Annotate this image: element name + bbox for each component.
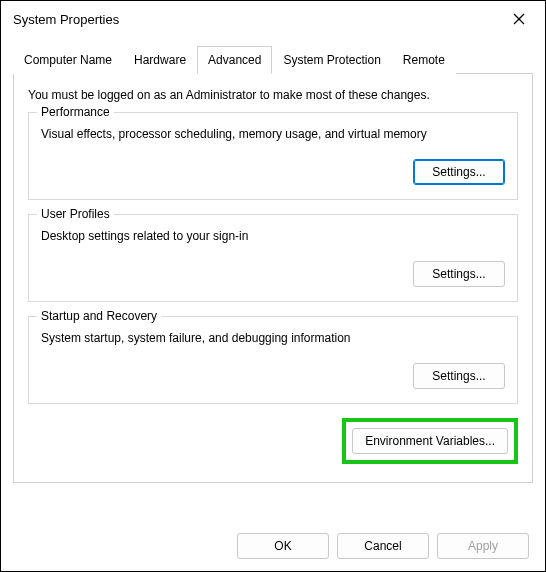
group-performance: Performance Visual effects, processor sc… — [28, 112, 518, 200]
group-performance-legend: Performance — [37, 105, 114, 119]
ok-button[interactable]: OK — [237, 533, 329, 559]
tab-computer-name[interactable]: Computer Name — [13, 46, 123, 74]
tab-panel-advanced: You must be logged on as an Administrato… — [13, 74, 533, 483]
performance-settings-button[interactable]: Settings... — [413, 159, 505, 185]
tab-strip: Computer Name Hardware Advanced System P… — [13, 45, 533, 74]
group-startup-recovery-legend: Startup and Recovery — [37, 309, 161, 323]
close-icon — [513, 13, 525, 25]
close-button[interactable] — [501, 5, 537, 33]
group-user-profiles: User Profiles Desktop settings related t… — [28, 214, 518, 302]
apply-button[interactable]: Apply — [437, 533, 529, 559]
group-startup-recovery: Startup and Recovery System startup, sys… — [28, 316, 518, 404]
tab-system-protection[interactable]: System Protection — [272, 46, 391, 74]
environment-variables-button[interactable]: Environment Variables... — [352, 428, 508, 454]
window-title: System Properties — [13, 12, 119, 27]
content-area: Computer Name Hardware Advanced System P… — [1, 37, 545, 483]
group-startup-recovery-button-row: Settings... — [41, 363, 505, 389]
group-performance-button-row: Settings... — [41, 159, 505, 185]
user-profiles-settings-button[interactable]: Settings... — [413, 261, 505, 287]
titlebar: System Properties — [1, 1, 545, 37]
env-variables-highlight: Environment Variables... — [342, 418, 518, 464]
group-performance-desc: Visual effects, processor scheduling, me… — [41, 127, 505, 141]
cancel-button[interactable]: Cancel — [337, 533, 429, 559]
group-user-profiles-legend: User Profiles — [37, 207, 114, 221]
startup-recovery-settings-button[interactable]: Settings... — [413, 363, 505, 389]
group-user-profiles-button-row: Settings... — [41, 261, 505, 287]
dialog-button-row: OK Cancel Apply — [237, 533, 529, 559]
tab-hardware[interactable]: Hardware — [123, 46, 197, 74]
group-startup-recovery-desc: System startup, system failure, and debu… — [41, 331, 505, 345]
intro-text: You must be logged on as an Administrato… — [28, 88, 518, 102]
env-variables-row: Environment Variables... — [28, 418, 518, 464]
group-user-profiles-desc: Desktop settings related to your sign-in — [41, 229, 505, 243]
tab-remote[interactable]: Remote — [392, 46, 456, 74]
tab-advanced[interactable]: Advanced — [197, 46, 272, 74]
system-properties-window: System Properties Computer Name Hardware… — [0, 0, 546, 572]
